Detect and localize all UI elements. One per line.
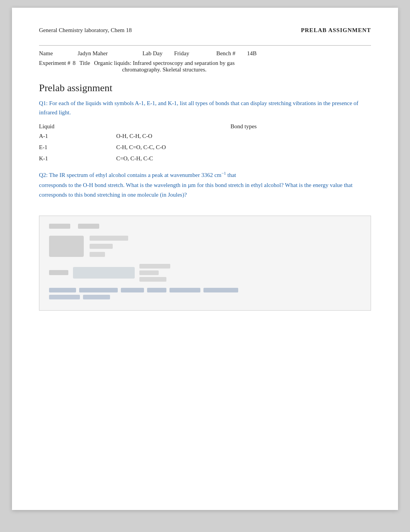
table-row: K-1 C=O, C-H, C-C bbox=[39, 155, 371, 162]
blurred-element bbox=[90, 244, 113, 249]
q2-text-part2: corresponds to the O-H bond stretch. Wha… bbox=[39, 182, 352, 198]
assignment-type-label: PRELAB ASSIGNMENT bbox=[301, 27, 371, 34]
bonds-e1: C-H, C=O, C-C, C-O bbox=[116, 144, 371, 151]
blurred-element bbox=[139, 270, 159, 275]
document-header: General Chemistry laboratory, Chem 18 PR… bbox=[39, 27, 371, 34]
blurred-element bbox=[49, 295, 80, 299]
liquid-k1: K-1 bbox=[39, 155, 116, 162]
q2-word: that bbox=[227, 172, 236, 178]
q2-superscript: −1 bbox=[222, 172, 226, 178]
blurred-element bbox=[139, 264, 170, 282]
blurred-row bbox=[49, 264, 361, 282]
institution-label: General Chemistry laboratory, Chem 18 bbox=[39, 27, 132, 34]
blurred-element bbox=[49, 288, 76, 292]
blurred-element bbox=[49, 270, 68, 275]
labday-label: Lab Day bbox=[142, 50, 163, 57]
prelab-section-title: Prelab assignment bbox=[39, 82, 371, 94]
liquid-a1: A-1 bbox=[39, 133, 116, 139]
blurred-element bbox=[147, 288, 166, 292]
liquid-e1: E-1 bbox=[39, 144, 116, 151]
bench-label: Bench # bbox=[216, 50, 235, 57]
blurred-text-line bbox=[49, 295, 361, 299]
bonds-a1: O-H, C-H, C-O bbox=[116, 133, 371, 139]
table-row: E-1 C-H, C=O, C-C, C-O bbox=[39, 144, 371, 151]
bond-types-table: Liquid Bond types A-1 O-H, C-H, C-O E-1 … bbox=[39, 123, 371, 162]
blurred-element bbox=[139, 277, 166, 282]
experiment-label: Experiment # bbox=[39, 60, 70, 66]
blurred-element bbox=[121, 288, 144, 292]
blurred-element bbox=[79, 288, 118, 292]
document-page: General Chemistry laboratory, Chem 18 PR… bbox=[12, 8, 398, 510]
blurred-element bbox=[90, 252, 105, 257]
blurred-element bbox=[139, 264, 170, 269]
blurred-element bbox=[90, 236, 128, 241]
bench-value: 14B bbox=[247, 50, 257, 57]
name-label: Name bbox=[39, 50, 66, 57]
experiment-title-line2: chromatography. Skeletal structures. bbox=[122, 66, 207, 73]
redacted-content-section bbox=[39, 216, 371, 311]
header-divider bbox=[39, 45, 371, 46]
blurred-image bbox=[49, 236, 84, 257]
blurred-element bbox=[78, 224, 99, 229]
col-header-liquid: Liquid bbox=[39, 123, 116, 130]
student-info-row: Name Jadyn Maher Lab Day Friday Bench # … bbox=[39, 50, 371, 57]
blurred-element bbox=[49, 224, 70, 229]
blurred-row bbox=[49, 236, 361, 257]
name-value: Jadyn Maher bbox=[78, 50, 108, 57]
labday-value: Friday bbox=[174, 50, 189, 57]
experiment-number: 8 bbox=[73, 60, 76, 66]
bonds-k1: C=O, C-H, C-C bbox=[116, 155, 371, 162]
experiment-title-line1: Organic liquids: Infrared spectroscopy a… bbox=[94, 60, 235, 66]
col-header-bond: Bond types bbox=[116, 123, 371, 130]
blurred-text-line bbox=[49, 288, 361, 292]
table-header-row: Liquid Bond types bbox=[39, 123, 371, 130]
blurred-row bbox=[49, 288, 361, 299]
q2-text: Q2: The IR spectrum of ethyl alcohol con… bbox=[39, 170, 371, 200]
table-row: A-1 O-H, C-H, C-O bbox=[39, 133, 371, 139]
blurred-element bbox=[83, 295, 110, 299]
blurred-text-block bbox=[90, 236, 128, 257]
experiment-info-row: Experiment # 8 Title Organic liquids: In… bbox=[39, 60, 371, 73]
title-label: Title bbox=[80, 60, 90, 66]
q1-text: Q1: For each of the liquids with symbols… bbox=[39, 99, 371, 117]
experiment-title: Organic liquids: Infrared spectroscopy a… bbox=[94, 60, 235, 73]
blurred-element bbox=[203, 288, 238, 292]
blurred-element bbox=[169, 288, 200, 292]
q2-text-part1: Q2: The IR spectrum of ethyl alcohol con… bbox=[39, 172, 222, 178]
blurred-top-row bbox=[49, 224, 361, 229]
blurred-element bbox=[73, 267, 135, 279]
